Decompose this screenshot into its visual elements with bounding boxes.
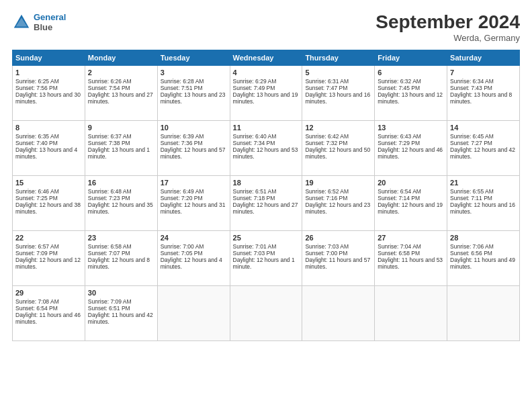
- calendar-cell: [157, 285, 230, 340]
- day-number: 5: [305, 68, 371, 77]
- day-number: 1: [15, 68, 82, 77]
- sunset-text: Sunset: 7:27 PM: [450, 140, 492, 146]
- sunrise-text: Sunrise: 6:40 AM: [233, 133, 277, 140]
- day-number: 30: [88, 289, 154, 297]
- week-row-3: 15 Sunrise: 6:46 AM Sunset: 7:25 PM Dayl…: [13, 175, 520, 230]
- col-sunday: Sunday: [13, 50, 85, 65]
- daylight-text: Daylight: 12 hours and 57 minutes.: [161, 146, 226, 160]
- calendar-cell: 3 Sunrise: 6:28 AM Sunset: 7:51 PM Dayli…: [157, 65, 230, 120]
- sunset-text: Sunset: 7:29 PM: [378, 140, 420, 146]
- daylight-text: Daylight: 12 hours and 42 minutes.: [450, 146, 515, 160]
- sunrise-text: Sunrise: 6:57 AM: [15, 243, 59, 250]
- daylight-text: Daylight: 11 hours and 53 minutes.: [378, 257, 443, 270]
- daylight-text: Daylight: 12 hours and 35 minutes.: [88, 201, 153, 215]
- calendar-cell: 2 Sunrise: 6:26 AM Sunset: 7:54 PM Dayli…: [85, 65, 157, 120]
- calendar-cell: 9 Sunrise: 6:37 AM Sunset: 7:38 PM Dayli…: [85, 120, 157, 175]
- sunrise-text: Sunrise: 7:06 AM: [450, 243, 494, 250]
- sunrise-text: Sunrise: 6:34 AM: [450, 78, 494, 85]
- day-number: 18: [233, 179, 300, 187]
- calendar-cell: 28 Sunrise: 7:06 AM Sunset: 6:56 PM Dayl…: [447, 230, 520, 285]
- daylight-text: Daylight: 13 hours and 19 minutes.: [233, 91, 298, 105]
- col-tuesday: Tuesday: [157, 50, 230, 65]
- sunset-text: Sunset: 7:23 PM: [88, 195, 130, 201]
- calendar-cell: 23 Sunrise: 6:58 AM Sunset: 7:07 PM Dayl…: [85, 230, 157, 285]
- day-number: 29: [15, 289, 82, 297]
- sunset-text: Sunset: 7:11 PM: [450, 195, 492, 201]
- sunrise-text: Sunrise: 7:04 AM: [378, 243, 421, 250]
- calendar-cell: 30 Sunrise: 7:09 AM Sunset: 6:51 PM Dayl…: [85, 285, 157, 340]
- calendar-cell: [230, 285, 302, 340]
- sunrise-text: Sunrise: 6:29 AM: [233, 78, 277, 85]
- calendar-cell: 14 Sunrise: 6:45 AM Sunset: 7:27 PM Dayl…: [447, 120, 520, 175]
- sunrise-text: Sunrise: 7:00 AM: [161, 243, 204, 250]
- calendar-cell: 1 Sunrise: 6:25 AM Sunset: 7:56 PM Dayli…: [13, 65, 85, 120]
- sunrise-text: Sunrise: 6:48 AM: [88, 188, 132, 195]
- calendar-body: 1 Sunrise: 6:25 AM Sunset: 7:56 PM Dayli…: [13, 65, 520, 340]
- sunset-text: Sunset: 7:51 PM: [161, 85, 203, 91]
- day-number: 14: [450, 124, 517, 132]
- location: Werda, Germany: [375, 33, 520, 43]
- sunset-text: Sunset: 7:14 PM: [378, 195, 420, 201]
- calendar-cell: 25 Sunrise: 7:01 AM Sunset: 7:03 PM Dayl…: [230, 230, 302, 285]
- calendar-cell: 29 Sunrise: 7:08 AM Sunset: 6:54 PM Dayl…: [13, 285, 85, 340]
- day-number: 27: [378, 234, 444, 242]
- daylight-text: Daylight: 13 hours and 30 minutes.: [15, 91, 81, 105]
- sunrise-text: Sunrise: 6:54 AM: [378, 188, 421, 195]
- day-number: 11: [233, 124, 300, 132]
- day-number: 2: [88, 68, 154, 77]
- daylight-text: Daylight: 12 hours and 46 minutes.: [378, 146, 443, 160]
- calendar-cell: 15 Sunrise: 6:46 AM Sunset: 7:25 PM Dayl…: [13, 175, 85, 230]
- week-row-4: 22 Sunrise: 6:57 AM Sunset: 7:09 PM Dayl…: [13, 230, 520, 285]
- sunrise-text: Sunrise: 6:49 AM: [161, 188, 204, 195]
- day-number: 13: [378, 124, 444, 132]
- day-number: 22: [15, 234, 82, 242]
- calendar-cell: 21 Sunrise: 6:55 AM Sunset: 7:11 PM Dayl…: [447, 175, 520, 230]
- daylight-text: Daylight: 13 hours and 1 minute.: [88, 146, 150, 160]
- sunset-text: Sunset: 6:54 PM: [15, 305, 58, 312]
- sunset-text: Sunset: 7:56 PM: [15, 85, 58, 91]
- day-number: 12: [305, 124, 371, 132]
- sunset-text: Sunset: 7:40 PM: [15, 140, 58, 146]
- sunset-text: Sunset: 7:38 PM: [88, 140, 130, 146]
- calendar-cell: 8 Sunrise: 6:35 AM Sunset: 7:40 PM Dayli…: [13, 120, 85, 175]
- title-area: September 2024 Werda, Germany: [375, 12, 520, 43]
- calendar-cell: 22 Sunrise: 6:57 AM Sunset: 7:09 PM Dayl…: [13, 230, 85, 285]
- calendar-table: Sunday Monday Tuesday Wednesday Thursday…: [12, 50, 520, 341]
- logo: General Blue: [12, 12, 66, 32]
- page: General Blue September 2024 Werda, Germa…: [0, 0, 532, 411]
- sunset-text: Sunset: 7:36 PM: [161, 140, 203, 146]
- sunset-text: Sunset: 7:16 PM: [305, 195, 347, 201]
- daylight-text: Daylight: 13 hours and 23 minutes.: [161, 91, 226, 105]
- daylight-text: Daylight: 12 hours and 27 minutes.: [233, 201, 298, 215]
- daylight-text: Daylight: 12 hours and 53 minutes.: [233, 146, 298, 160]
- daylight-text: Daylight: 11 hours and 46 minutes.: [15, 312, 81, 325]
- daylight-text: Daylight: 12 hours and 38 minutes.: [15, 201, 81, 215]
- day-number: 25: [233, 234, 300, 242]
- day-number: 4: [233, 68, 300, 77]
- sunset-text: Sunset: 6:51 PM: [88, 305, 130, 312]
- sunrise-text: Sunrise: 7:01 AM: [233, 243, 277, 250]
- sunrise-text: Sunrise: 6:58 AM: [88, 243, 132, 250]
- daylight-text: Daylight: 12 hours and 16 minutes.: [450, 201, 515, 215]
- sunset-text: Sunset: 7:05 PM: [161, 250, 203, 257]
- sunrise-text: Sunrise: 6:28 AM: [161, 78, 204, 85]
- logo-text: General Blue: [34, 12, 66, 32]
- day-number: 15: [15, 179, 82, 187]
- day-number: 28: [450, 234, 517, 242]
- sunrise-text: Sunrise: 6:32 AM: [378, 78, 421, 85]
- daylight-text: Daylight: 11 hours and 49 minutes.: [450, 257, 515, 270]
- day-number: 8: [15, 124, 82, 132]
- calendar-cell: 20 Sunrise: 6:54 AM Sunset: 7:14 PM Dayl…: [375, 175, 447, 230]
- logo-icon: [12, 13, 31, 32]
- daylight-text: Daylight: 12 hours and 19 minutes.: [378, 201, 443, 215]
- sunset-text: Sunset: 7:20 PM: [161, 195, 203, 201]
- calendar-cell: 12 Sunrise: 6:42 AM Sunset: 7:32 PM Dayl…: [302, 120, 375, 175]
- sunrise-text: Sunrise: 6:37 AM: [88, 133, 132, 140]
- sunrise-text: Sunrise: 7:08 AM: [15, 298, 59, 305]
- daylight-text: Daylight: 13 hours and 12 minutes.: [378, 91, 443, 105]
- sunset-text: Sunset: 7:00 PM: [305, 250, 347, 257]
- sunset-text: Sunset: 7:18 PM: [233, 195, 275, 201]
- daylight-text: Daylight: 12 hours and 1 minute.: [233, 257, 295, 270]
- col-monday: Monday: [85, 50, 157, 65]
- sunset-text: Sunset: 7:47 PM: [305, 85, 347, 91]
